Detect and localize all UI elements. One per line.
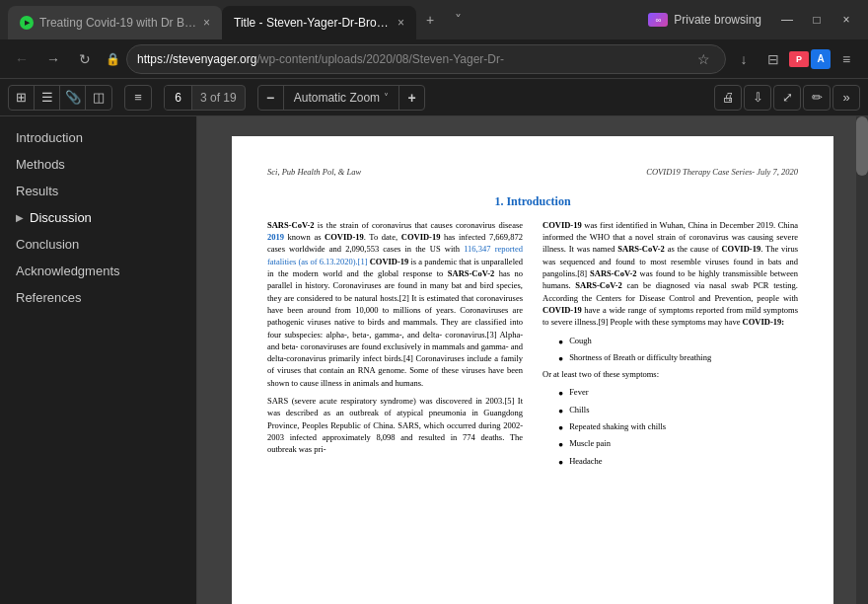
tab-1[interactable]: Treating Covid-19 with Dr Brow... × — [8, 6, 222, 39]
pdf-viewer[interactable]: Sci, Pub Health Pol, & Law COVID19 Thera… — [197, 116, 868, 604]
symptoms-list-1: ● Cough ● Shortness of Breath or difficu… — [558, 335, 798, 365]
nav-right-icons: ↓ ⊟ P A ≡ — [730, 45, 860, 73]
page-number-input[interactable] — [165, 85, 192, 111]
sidebar-item-acknowledgments-label: Acknowledgments — [16, 264, 120, 278]
zoom-value: Automatic Zoom — [294, 91, 380, 105]
bullet-shortness: ● Shortness of Breath or difficulty brea… — [558, 351, 798, 364]
sidebar-item-discussion[interactable]: ▶ Discussion — [0, 204, 196, 231]
scrollbar-track[interactable] — [856, 116, 868, 604]
tab1-icon — [20, 16, 34, 30]
pdf-header-left: Sci, Pub Health Pol, & Law — [267, 166, 361, 178]
bullet-chills-label: Chills — [569, 404, 589, 415]
url-bar[interactable]: https://stevenyager.org/wp-content/uploa… — [126, 44, 726, 74]
new-tab-button[interactable]: + — [416, 6, 444, 34]
title-bar: Treating Covid-19 with Dr Brow... × Titl… — [0, 0, 868, 39]
pdf-right-column: COVID-19 was first identified in Wuhan, … — [542, 219, 798, 472]
fullscreen-button[interactable]: ⤢ — [773, 85, 801, 111]
sidebar-item-results[interactable]: Results — [0, 178, 196, 204]
url-text: https://stevenyager.org/wp-content/uploa… — [137, 52, 504, 66]
scrollbar-thumb[interactable] — [856, 116, 868, 176]
pdf-columns: SARS-CoV-2 is the strain of coronavirus … — [267, 219, 798, 472]
bullet-muscle-label: Muscle pain — [569, 437, 611, 449]
pdf-right-para1: COVID-19 was first identified in Wuhan, … — [542, 219, 798, 329]
bullet-cough: ● Cough — [558, 335, 798, 347]
pocket-button[interactable]: P — [789, 51, 809, 67]
outline-toggle-group: ≡ — [124, 85, 152, 111]
sidebar-item-introduction[interactable]: Introduction — [0, 124, 196, 151]
bullet-headache: ● Headache — [558, 455, 798, 468]
back-button[interactable]: ← — [8, 45, 36, 73]
zoom-controls: − Automatic Zoom ˅ + — [257, 85, 425, 111]
security-icon: 🔒 — [103, 49, 122, 69]
tab-list-button[interactable]: ˅ — [444, 6, 471, 34]
sidebar-item-references[interactable]: References — [0, 284, 196, 311]
sidebar-item-acknowledgments[interactable]: Acknowledgments — [0, 258, 196, 284]
sidebar-layers-button[interactable]: ◫ — [86, 85, 111, 111]
tab1-label: Treating Covid-19 with Dr Brow... — [39, 16, 197, 30]
page-count: 3 of 19 — [192, 91, 245, 105]
menu-button[interactable]: ≡ — [832, 45, 860, 73]
zoom-out-button[interactable]: − — [258, 85, 284, 111]
pdf-left-para1: SARS-CoV-2 is the strain of coronavirus … — [267, 219, 523, 389]
private-browsing-icon: ∞ — [648, 13, 668, 27]
bullet-headache-label: Headache — [569, 455, 603, 467]
pdf-page: Sci, Pub Health Pol, & Law COVID19 Thera… — [232, 136, 833, 604]
account-button[interactable]: A — [811, 49, 831, 69]
bullet-fever: ● Fever — [558, 386, 798, 399]
bullet-shaking: ● Repeated shaking with chills — [558, 420, 798, 433]
private-browsing-label: Private browsing — [674, 13, 761, 27]
sidebar-item-discussion-label: Discussion — [30, 210, 92, 225]
private-browsing-indicator: ∞ Private browsing — [636, 13, 773, 27]
pdf-header-right: COVID19 Therapy Case Series- July 7, 202… — [646, 166, 798, 178]
outline-button[interactable]: ≡ — [125, 85, 151, 111]
sidebar-panel-button[interactable]: ⊞ — [9, 85, 35, 111]
sidebar-item-references-label: References — [16, 290, 81, 305]
sidebar-item-results-label: Results — [16, 184, 58, 198]
tab2-close[interactable]: × — [398, 16, 404, 30]
sidebar-attach-button[interactable]: 📎 — [60, 85, 86, 111]
sidebar-toggle-group: ⊞ ☰ 📎 ◫ — [8, 85, 112, 111]
close-button[interactable]: × — [832, 6, 860, 34]
discussion-arrow-icon: ▶ — [16, 212, 24, 223]
tab2-label: Title - Steven-Yager-Dr-Browns... — [234, 16, 392, 30]
zoom-selector[interactable]: Automatic Zoom ˅ — [284, 91, 398, 105]
zoom-in-button[interactable]: + — [398, 85, 424, 111]
bullet-cough-label: Cough — [569, 335, 592, 346]
pdf-toolbar: ⊞ ☰ 📎 ◫ ≡ 3 of 19 − Automatic Zoom ˅ + 🖨… — [0, 79, 868, 116]
tab-2[interactable]: Title - Steven-Yager-Dr-Browns... × — [222, 6, 416, 39]
url-path: /wp-content/uploads/2020/08/Steven-Yager… — [256, 52, 504, 66]
window-controls: — □ × — [773, 6, 860, 34]
tab1-close[interactable]: × — [203, 16, 210, 30]
pdf-section-title: 1. Introduction — [267, 193, 798, 210]
url-domain: https://stevenyager.org — [137, 52, 256, 66]
sidebar-item-introduction-label: Introduction — [16, 130, 83, 145]
sidebar-toggle-button[interactable]: ⊟ — [760, 45, 787, 73]
bookmark-button[interactable]: ☆ — [691, 47, 715, 71]
main-content: Introduction Methods Results ▶ Discussio… — [0, 116, 868, 604]
sidebar-list-button[interactable]: ☰ — [35, 85, 60, 111]
sidebar-item-conclusion[interactable]: Conclusion — [0, 231, 196, 258]
downloads-button[interactable]: ↓ — [730, 45, 758, 73]
bullet-fever-label: Fever — [569, 386, 588, 398]
restore-button[interactable]: □ — [803, 6, 831, 34]
download-button[interactable]: ⇩ — [744, 85, 771, 111]
pdf-or-text: Or at least two of these symptoms: — [542, 368, 798, 380]
pdf-left-column: SARS-CoV-2 is the strain of coronavirus … — [267, 219, 523, 472]
more-button[interactable]: » — [832, 85, 860, 111]
minimize-button[interactable]: — — [773, 6, 801, 34]
annotation-button[interactable]: ✏ — [803, 85, 831, 111]
bullet-shaking-label: Repeated shaking with chills — [569, 420, 666, 432]
pdf-sidebar: Introduction Methods Results ▶ Discussio… — [0, 116, 197, 604]
sidebar-item-methods-label: Methods — [16, 157, 65, 172]
forward-button[interactable]: → — [39, 45, 67, 73]
symptoms-list-2: ● Fever ● Chills ● Repeated shaking with… — [558, 386, 798, 450]
bullet-muscle: ● Muscle pain — [558, 437, 798, 450]
print-button[interactable]: 🖨 — [714, 85, 742, 111]
bullet-chills: ● Chills — [558, 404, 798, 416]
navigation-bar: ← → ↻ 🔒 https://stevenyager.org/wp-conte… — [0, 39, 868, 79]
sidebar-item-conclusion-label: Conclusion — [16, 237, 79, 252]
pdf-left-para2: SARS (severe acute respiratory syndrome)… — [267, 395, 523, 456]
sidebar-item-methods[interactable]: Methods — [0, 151, 196, 178]
pdf-page-header: Sci, Pub Health Pol, & Law COVID19 Thera… — [267, 166, 798, 178]
reload-button[interactable]: ↻ — [71, 45, 99, 73]
